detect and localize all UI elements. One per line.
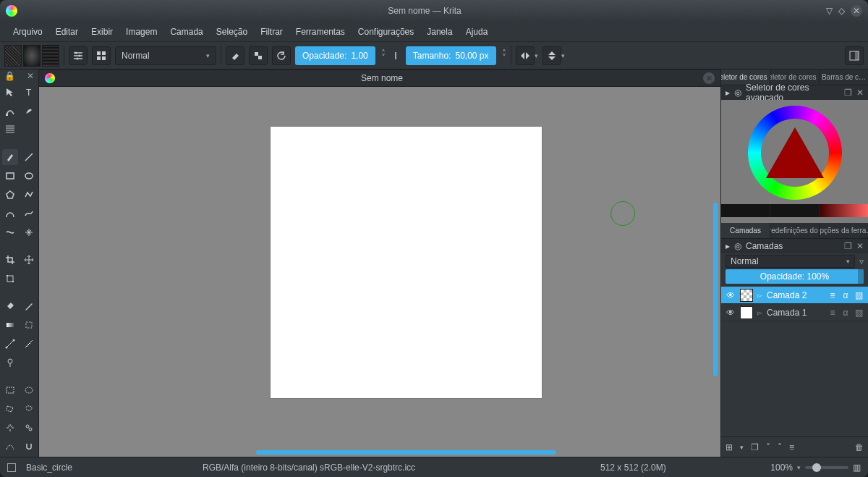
selection-indicator[interactable] bbox=[7, 463, 16, 472]
menu-editar[interactable]: Editar bbox=[50, 24, 84, 40]
transform-tool[interactable] bbox=[2, 84, 18, 100]
canvas-map-button[interactable]: ▥ bbox=[853, 463, 861, 473]
menu-ajuda[interactable]: Ajuda bbox=[460, 24, 494, 40]
text-tool[interactable]: T bbox=[21, 84, 37, 100]
chevron-down-icon[interactable]: ▾ bbox=[797, 464, 801, 471]
layer-props-icon[interactable]: ≡ bbox=[827, 290, 838, 300]
target-icon[interactable]: ◎ bbox=[734, 88, 741, 98]
close-icon[interactable]: ✕ bbox=[27, 71, 34, 81]
alpha-icon[interactable]: α bbox=[841, 290, 851, 300]
mirror-horizontal-button[interactable] bbox=[516, 46, 535, 65]
edit-brush-button[interactable] bbox=[69, 46, 88, 65]
layer-expand-icon[interactable]: ▻ bbox=[757, 309, 762, 316]
add-layer-button[interactable]: ⊞ bbox=[726, 442, 733, 452]
alpha-lock-toggle[interactable] bbox=[249, 46, 268, 65]
pattern-edit-tool[interactable] bbox=[2, 122, 18, 138]
filter-layers-button[interactable]: ▿ bbox=[859, 256, 864, 266]
menu-ferramentas[interactable]: Ferramentas bbox=[290, 24, 351, 40]
collapse-icon[interactable]: ▸ bbox=[726, 88, 730, 98]
measure-tool[interactable] bbox=[21, 336, 37, 352]
close-button[interactable]: ✕ bbox=[851, 5, 862, 17]
chevron-down-icon[interactable]: ▾ bbox=[740, 444, 744, 451]
bezier-tool[interactable] bbox=[2, 206, 18, 221]
brush-settings-button[interactable] bbox=[92, 46, 111, 65]
size-slider[interactable]: Tamanho: 50,00 px bbox=[406, 46, 496, 65]
calligraphy-tool[interactable] bbox=[21, 103, 37, 119]
similar-select-tool[interactable] bbox=[21, 420, 37, 436]
menu-exibir[interactable]: Exibir bbox=[85, 24, 119, 40]
magnetic-select-tool[interactable] bbox=[21, 439, 37, 455]
assistant-tool[interactable] bbox=[2, 336, 18, 352]
layer-blend-mode-dropdown[interactable]: Normal ▾ bbox=[726, 255, 855, 268]
opacity-slider[interactable]: Opacidade: 1,00 bbox=[295, 46, 375, 65]
visibility-toggle[interactable]: 👁 bbox=[726, 308, 736, 318]
slider-handle[interactable] bbox=[858, 269, 864, 284]
layer-extra-icon[interactable]: ▧ bbox=[854, 290, 864, 300]
hue-wheel[interactable] bbox=[748, 106, 842, 200]
move-layer-up-button[interactable]: ˄ bbox=[778, 442, 782, 452]
canvas-viewport[interactable] bbox=[39, 87, 720, 457]
zoom-slider[interactable] bbox=[805, 466, 848, 469]
menu-camada[interactable]: Camada bbox=[164, 24, 208, 40]
close-document-button[interactable]: ✕ bbox=[703, 72, 715, 84]
target-icon[interactable]: ◎ bbox=[734, 241, 741, 251]
multibrush-tool[interactable] bbox=[21, 224, 37, 240]
menu-selecao[interactable]: Seleção bbox=[210, 24, 253, 40]
alpha-icon[interactable]: α bbox=[841, 308, 851, 318]
eraser-toggle[interactable] bbox=[226, 46, 244, 65]
tab-tool-options[interactable]: Opções da ferra… bbox=[820, 223, 868, 238]
brush-tool[interactable] bbox=[2, 149, 18, 165]
layer-props-icon[interactable]: ≡ bbox=[827, 308, 838, 318]
close-panel-button[interactable]: ✕ bbox=[856, 241, 864, 251]
brush-preset-2[interactable] bbox=[23, 45, 41, 67]
edit-shapes-tool[interactable] bbox=[2, 103, 18, 119]
menu-arquivo[interactable]: Arquivo bbox=[7, 24, 48, 40]
ellipse-tool[interactable] bbox=[21, 168, 37, 184]
layer-extra-icon[interactable]: ▧ bbox=[854, 308, 864, 318]
document-tab[interactable]: Sem nome ✕ bbox=[39, 69, 720, 87]
size-stepper[interactable]: ˄˅ bbox=[502, 51, 506, 60]
line-tool[interactable] bbox=[21, 149, 37, 165]
sv-triangle[interactable] bbox=[766, 127, 824, 178]
chevron-down-icon[interactable]: ▾ bbox=[535, 52, 538, 59]
collapse-icon[interactable]: ▸ bbox=[726, 241, 730, 251]
layer-properties-button[interactable]: ≡ bbox=[789, 442, 794, 452]
layer-row[interactable]: 👁▻Camada 1≡α▧ bbox=[721, 304, 868, 321]
gradient-tool[interactable] bbox=[2, 317, 18, 333]
move-tool[interactable] bbox=[21, 252, 37, 268]
fill-tool[interactable] bbox=[2, 298, 18, 314]
layer-expand-icon[interactable]: ▻ bbox=[757, 292, 762, 299]
duplicate-layer-button[interactable]: ❐ bbox=[751, 442, 759, 452]
brush-preset-1[interactable] bbox=[4, 45, 22, 67]
color-history-strip[interactable] bbox=[721, 204, 868, 217]
ellipse-select-tool[interactable] bbox=[21, 382, 37, 398]
crop-tool[interactable] bbox=[2, 252, 18, 268]
poly-select-tool[interactable] bbox=[2, 401, 18, 417]
canvas[interactable] bbox=[271, 127, 542, 398]
float-panel-button[interactable]: ❐ bbox=[844, 241, 852, 251]
tab-brush-presets[interactable]: Predefinições do… bbox=[770, 223, 820, 238]
smart-patch-tool[interactable] bbox=[21, 317, 37, 333]
menu-imagem[interactable]: Imagem bbox=[120, 24, 163, 40]
minimize-button[interactable]: ▽ bbox=[826, 6, 833, 16]
opacity-stepper[interactable]: ˄˅ bbox=[381, 51, 386, 60]
tab-layers[interactable]: Camadas bbox=[721, 223, 770, 238]
polygon-tool[interactable] bbox=[2, 187, 18, 203]
close-panel-button[interactable]: ✕ bbox=[856, 88, 864, 98]
move-layer-down-button[interactable]: ˅ bbox=[766, 442, 770, 452]
horizontal-scrollbar[interactable] bbox=[256, 450, 556, 455]
mirror-vertical-button[interactable] bbox=[542, 46, 561, 65]
chevron-down-icon[interactable]: ▾ bbox=[561, 52, 565, 59]
blend-mode-dropdown[interactable]: Normal ▾ bbox=[115, 46, 216, 65]
float-panel-button[interactable]: ❐ bbox=[844, 88, 852, 98]
visibility-toggle[interactable]: 👁 bbox=[726, 290, 736, 300]
layer-row[interactable]: 👁▻Camada 2≡α▧ bbox=[721, 287, 868, 304]
freehand-path-tool[interactable] bbox=[21, 206, 37, 221]
maximize-button[interactable]: ◇ bbox=[838, 6, 845, 16]
lock-icon[interactable]: 🔒 bbox=[4, 71, 15, 81]
contiguous-select-tool[interactable] bbox=[2, 420, 18, 436]
menu-filtrar[interactable]: Filtrar bbox=[255, 24, 289, 40]
delete-layer-button[interactable]: 🗑 bbox=[855, 442, 864, 452]
freehand-select-tool[interactable] bbox=[21, 401, 37, 417]
dynamic-brush-tool[interactable] bbox=[2, 224, 18, 240]
